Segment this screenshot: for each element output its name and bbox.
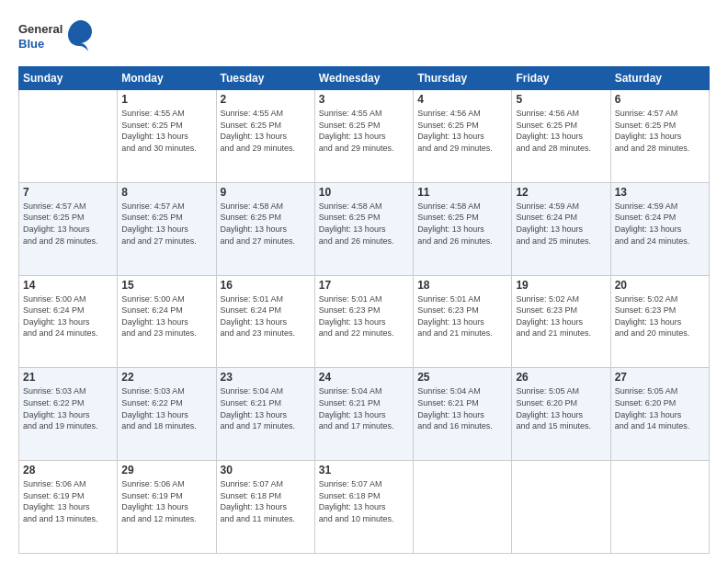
calendar-cell: 13Sunrise: 4:59 AMSunset: 6:24 PMDayligh… bbox=[610, 182, 709, 275]
day-number: 4 bbox=[417, 93, 507, 106]
calendar-cell: 27Sunrise: 5:05 AMSunset: 6:20 PMDayligh… bbox=[610, 368, 709, 461]
day-info: Sunrise: 4:58 AMSunset: 6:25 PMDaylight:… bbox=[319, 201, 409, 247]
weekday-header-row: SundayMondayTuesdayWednesdayThursdayFrid… bbox=[19, 67, 710, 90]
calendar-cell: 2Sunrise: 4:55 AMSunset: 6:25 PMDaylight… bbox=[216, 90, 314, 183]
weekday-header-sunday: Sunday bbox=[19, 67, 118, 90]
day-info: Sunrise: 5:02 AMSunset: 6:23 PMDaylight:… bbox=[615, 293, 705, 339]
calendar-cell: 16Sunrise: 5:01 AMSunset: 6:24 PMDayligh… bbox=[216, 275, 314, 368]
calendar-cell: 22Sunrise: 5:03 AMSunset: 6:22 PMDayligh… bbox=[118, 368, 216, 461]
svg-text:Blue: Blue bbox=[18, 37, 44, 51]
day-info: Sunrise: 4:58 AMSunset: 6:25 PMDaylight:… bbox=[221, 201, 311, 247]
day-number: 11 bbox=[417, 186, 507, 199]
day-number: 10 bbox=[319, 186, 409, 199]
calendar-cell: 18Sunrise: 5:01 AMSunset: 6:23 PMDayligh… bbox=[414, 275, 512, 368]
calendar-cell: 4Sunrise: 4:56 AMSunset: 6:25 PMDaylight… bbox=[414, 90, 512, 183]
day-number: 27 bbox=[615, 371, 705, 384]
day-number: 29 bbox=[121, 464, 211, 477]
day-info: Sunrise: 4:56 AMSunset: 6:25 PMDaylight:… bbox=[417, 108, 507, 154]
day-number: 13 bbox=[615, 186, 705, 199]
calendar-cell: 12Sunrise: 4:59 AMSunset: 6:24 PMDayligh… bbox=[512, 182, 610, 275]
week-row-5: 28Sunrise: 5:06 AMSunset: 6:19 PMDayligh… bbox=[19, 461, 710, 554]
day-info: Sunrise: 5:01 AMSunset: 6:23 PMDaylight:… bbox=[417, 293, 507, 339]
calendar-cell: 11Sunrise: 4:58 AMSunset: 6:25 PMDayligh… bbox=[414, 182, 512, 275]
day-number: 1 bbox=[121, 93, 211, 106]
calendar-cell: 25Sunrise: 5:04 AMSunset: 6:21 PMDayligh… bbox=[414, 368, 512, 461]
svg-text:General: General bbox=[18, 22, 63, 36]
day-number: 15 bbox=[121, 279, 211, 292]
day-number: 6 bbox=[615, 93, 705, 106]
day-number: 28 bbox=[23, 464, 113, 477]
calendar-cell: 1Sunrise: 4:55 AMSunset: 6:25 PMDaylight… bbox=[118, 90, 216, 183]
calendar-cell: 10Sunrise: 4:58 AMSunset: 6:25 PMDayligh… bbox=[314, 182, 413, 275]
day-number: 23 bbox=[221, 371, 311, 384]
day-number: 2 bbox=[221, 93, 311, 106]
day-number: 5 bbox=[516, 93, 606, 106]
weekday-header-thursday: Thursday bbox=[414, 67, 512, 90]
week-row-1: 1Sunrise: 4:55 AMSunset: 6:25 PMDaylight… bbox=[19, 90, 710, 183]
day-number: 9 bbox=[221, 186, 311, 199]
week-row-4: 21Sunrise: 5:03 AMSunset: 6:22 PMDayligh… bbox=[19, 368, 710, 461]
day-number: 18 bbox=[417, 279, 507, 292]
calendar-cell: 14Sunrise: 5:00 AMSunset: 6:24 PMDayligh… bbox=[19, 275, 118, 368]
calendar-cell: 5Sunrise: 4:56 AMSunset: 6:25 PMDaylight… bbox=[512, 90, 610, 183]
calendar-table: SundayMondayTuesdayWednesdayThursdayFrid… bbox=[18, 66, 710, 554]
calendar-cell: 19Sunrise: 5:02 AMSunset: 6:23 PMDayligh… bbox=[512, 275, 610, 368]
day-info: Sunrise: 4:59 AMSunset: 6:24 PMDaylight:… bbox=[516, 201, 606, 247]
day-number: 25 bbox=[417, 371, 507, 384]
day-info: Sunrise: 4:57 AMSunset: 6:25 PMDaylight:… bbox=[121, 201, 211, 247]
day-number: 20 bbox=[615, 279, 705, 292]
day-info: Sunrise: 5:07 AMSunset: 6:18 PMDaylight:… bbox=[221, 478, 311, 524]
calendar-cell: 20Sunrise: 5:02 AMSunset: 6:23 PMDayligh… bbox=[610, 275, 709, 368]
calendar-cell: 30Sunrise: 5:07 AMSunset: 6:18 PMDayligh… bbox=[216, 461, 314, 554]
page-header: General Blue bbox=[18, 18, 710, 57]
calendar-cell: 24Sunrise: 5:04 AMSunset: 6:21 PMDayligh… bbox=[314, 368, 413, 461]
day-number: 22 bbox=[121, 371, 211, 384]
day-number: 12 bbox=[516, 186, 606, 199]
day-info: Sunrise: 4:57 AMSunset: 6:25 PMDaylight:… bbox=[23, 201, 113, 247]
day-info: Sunrise: 5:05 AMSunset: 6:20 PMDaylight:… bbox=[516, 385, 606, 431]
day-info: Sunrise: 4:59 AMSunset: 6:24 PMDaylight:… bbox=[615, 201, 705, 247]
day-info: Sunrise: 4:56 AMSunset: 6:25 PMDaylight:… bbox=[516, 108, 606, 154]
calendar-page: General Blue SundayMondayTuesdayWednesda… bbox=[0, 0, 728, 563]
day-number: 30 bbox=[221, 464, 311, 477]
calendar-cell bbox=[512, 461, 610, 554]
day-info: Sunrise: 5:00 AMSunset: 6:24 PMDaylight:… bbox=[121, 293, 211, 339]
day-info: Sunrise: 5:07 AMSunset: 6:18 PMDaylight:… bbox=[319, 478, 409, 524]
week-row-2: 7Sunrise: 4:57 AMSunset: 6:25 PMDaylight… bbox=[19, 182, 710, 275]
day-info: Sunrise: 5:03 AMSunset: 6:22 PMDaylight:… bbox=[23, 385, 113, 431]
calendar-cell: 6Sunrise: 4:57 AMSunset: 6:25 PMDaylight… bbox=[610, 90, 709, 183]
day-number: 26 bbox=[516, 371, 606, 384]
calendar-cell: 3Sunrise: 4:55 AMSunset: 6:25 PMDaylight… bbox=[314, 90, 413, 183]
logo: General Blue bbox=[18, 18, 92, 57]
calendar-cell: 7Sunrise: 4:57 AMSunset: 6:25 PMDaylight… bbox=[19, 182, 118, 275]
day-number: 21 bbox=[23, 371, 113, 384]
day-info: Sunrise: 5:00 AMSunset: 6:24 PMDaylight:… bbox=[23, 293, 113, 339]
day-info: Sunrise: 5:04 AMSunset: 6:21 PMDaylight:… bbox=[319, 385, 409, 431]
day-number: 7 bbox=[23, 186, 113, 199]
calendar-cell: 28Sunrise: 5:06 AMSunset: 6:19 PMDayligh… bbox=[19, 461, 118, 554]
day-info: Sunrise: 4:55 AMSunset: 6:25 PMDaylight:… bbox=[221, 108, 311, 154]
day-info: Sunrise: 4:55 AMSunset: 6:25 PMDaylight:… bbox=[121, 108, 211, 154]
day-info: Sunrise: 5:05 AMSunset: 6:20 PMDaylight:… bbox=[615, 385, 705, 431]
day-number: 17 bbox=[319, 279, 409, 292]
day-info: Sunrise: 4:55 AMSunset: 6:25 PMDaylight:… bbox=[319, 108, 409, 154]
weekday-header-tuesday: Tuesday bbox=[216, 67, 314, 90]
calendar-cell: 9Sunrise: 4:58 AMSunset: 6:25 PMDaylight… bbox=[216, 182, 314, 275]
calendar-cell: 31Sunrise: 5:07 AMSunset: 6:18 PMDayligh… bbox=[314, 461, 413, 554]
calendar-cell: 23Sunrise: 5:04 AMSunset: 6:21 PMDayligh… bbox=[216, 368, 314, 461]
calendar-cell bbox=[610, 461, 709, 554]
calendar-cell: 21Sunrise: 5:03 AMSunset: 6:22 PMDayligh… bbox=[19, 368, 118, 461]
day-info: Sunrise: 5:03 AMSunset: 6:22 PMDaylight:… bbox=[121, 385, 211, 431]
week-row-3: 14Sunrise: 5:00 AMSunset: 6:24 PMDayligh… bbox=[19, 275, 710, 368]
calendar-cell: 17Sunrise: 5:01 AMSunset: 6:23 PMDayligh… bbox=[314, 275, 413, 368]
day-info: Sunrise: 4:58 AMSunset: 6:25 PMDaylight:… bbox=[417, 201, 507, 247]
day-number: 14 bbox=[23, 279, 113, 292]
day-info: Sunrise: 5:04 AMSunset: 6:21 PMDaylight:… bbox=[417, 385, 507, 431]
weekday-header-monday: Monday bbox=[118, 67, 216, 90]
day-number: 31 bbox=[319, 464, 409, 477]
calendar-cell bbox=[414, 461, 512, 554]
day-info: Sunrise: 5:01 AMSunset: 6:24 PMDaylight:… bbox=[221, 293, 311, 339]
weekday-header-wednesday: Wednesday bbox=[314, 67, 413, 90]
day-number: 24 bbox=[319, 371, 409, 384]
day-info: Sunrise: 5:01 AMSunset: 6:23 PMDaylight:… bbox=[319, 293, 409, 339]
